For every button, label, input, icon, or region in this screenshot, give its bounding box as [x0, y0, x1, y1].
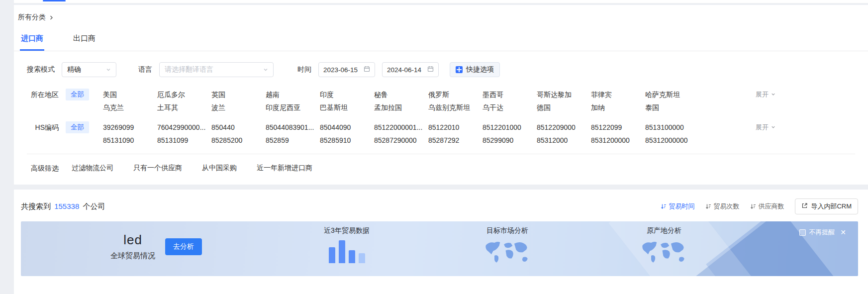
advanced-filter-option[interactable]: 过滤物流公司 — [72, 164, 113, 173]
dismiss-control: 不再提醒 ✕ — [799, 228, 846, 237]
region-expand-link[interactable]: 展开 — [756, 88, 775, 101]
region-column: 哥斯达黎加德国 — [537, 88, 591, 114]
search-mode-select[interactable]: 精确 — [62, 62, 116, 77]
banner-card-title: 近3年贸易数据 — [299, 226, 394, 235]
hscode-option[interactable]: 85131090 — [103, 134, 157, 147]
calendar-icon — [427, 66, 434, 74]
hscode-option[interactable]: 850440 — [211, 121, 266, 134]
hscode-option[interactable]: 85122099 — [591, 121, 645, 134]
hscode-option[interactable]: 85122010 — [428, 121, 482, 134]
region-option[interactable]: 墨西哥 — [482, 88, 537, 101]
import-crm-button[interactable]: 导入内部CRM — [795, 198, 858, 214]
chevron-down-icon — [106, 66, 111, 74]
region-option[interactable]: 乌克兰 — [103, 101, 157, 114]
hscode-options: 392690998513109076042990000...8513109985… — [103, 121, 699, 147]
hscode-column: 8504409085285910 — [320, 121, 374, 147]
region-option[interactable]: 巴基斯坦 — [320, 101, 374, 114]
language-select[interactable]: 请选择翻译语言 — [159, 62, 274, 77]
hscode-option[interactable]: 85287290000 — [374, 134, 428, 147]
hscode-option[interactable]: 85299090 — [482, 134, 537, 147]
hscode-column: 76042990000...85131099 — [157, 121, 211, 147]
advanced-filter-option[interactable]: 近一年新增进口商 — [257, 164, 312, 173]
expand-label: 展开 — [756, 88, 769, 101]
quick-options-button[interactable]: 快捷选项 — [450, 62, 500, 77]
hscode-option[interactable]: 8513100000 — [645, 121, 699, 134]
region-option[interactable]: 哈萨克斯坦 — [645, 88, 699, 101]
breadcrumb-label[interactable]: 所有分类 — [18, 13, 46, 22]
search-mode-label: 搜索模式 — [27, 65, 55, 74]
sort-item-0[interactable]: 贸易时间 — [661, 202, 694, 211]
region-column: 厄瓜多尔土耳其 — [157, 88, 211, 114]
hscode-option[interactable]: 39269099 — [103, 121, 157, 134]
banner-card-trade-data: 近3年贸易数据 — [299, 226, 394, 263]
results-prefix: 共搜索到 — [21, 202, 51, 210]
banner-keyword-block: led 全球贸易情况 去分析 — [110, 232, 202, 261]
region-option[interactable]: 乌兹别克斯坦 — [428, 101, 482, 114]
region-option[interactable]: 菲律宾 — [591, 88, 645, 101]
results-header: 共搜索到 155338 个公司 贸易时间贸易次数供应商数 导入内部CRM — [21, 196, 858, 221]
banner-card-title: 原产地分析 — [612, 226, 716, 235]
region-option[interactable]: 德国 — [537, 101, 591, 114]
close-icon[interactable]: ✕ — [840, 229, 846, 236]
hscode-option[interactable]: 8512201000 — [482, 121, 537, 134]
region-option[interactable]: 越南 — [266, 88, 320, 101]
hscode-option[interactable]: 8531200000 — [591, 134, 645, 147]
region-option[interactable]: 乌干达 — [482, 101, 537, 114]
calendar-icon — [364, 66, 370, 74]
region-option[interactable]: 波兰 — [211, 101, 266, 114]
region-option[interactable]: 印度 — [320, 88, 374, 101]
hscode-option[interactable]: 85287292 — [428, 134, 482, 147]
hscode-option[interactable]: 85044083901... — [266, 121, 320, 134]
region-option[interactable]: 厄瓜多尔 — [157, 88, 211, 101]
tab-bar: 进口商出口商 — [14, 28, 868, 51]
hscode-option[interactable]: 85312000 — [537, 134, 591, 147]
hscode-column: 3926909985131090 — [103, 121, 157, 147]
hscode-filter-row: HS编码 全部 392690998513109076042990000...85… — [27, 121, 855, 147]
region-column: 美国乌克兰 — [103, 88, 157, 114]
region-option[interactable]: 美国 — [103, 88, 157, 101]
breadcrumb[interactable]: 所有分类 — [14, 5, 868, 28]
region-option[interactable]: 土耳其 — [157, 101, 211, 114]
region-option[interactable]: 印度尼西亚 — [266, 101, 320, 114]
date-from-input[interactable]: 2023-06-15 — [318, 62, 375, 77]
region-option[interactable]: 俄罗斯 — [428, 88, 482, 101]
hscode-option[interactable]: 85122000001... — [374, 121, 428, 134]
advanced-filter-option[interactable]: 只有一个供应商 — [133, 164, 182, 173]
results-count[interactable]: 155338 — [54, 202, 79, 210]
sort-controls: 贸易时间贸易次数供应商数 — [661, 202, 784, 211]
sort-item-1[interactable]: 贸易次数 — [705, 202, 739, 211]
dismiss-checkbox[interactable] — [799, 229, 806, 236]
hscode-expand-link[interactable]: 展开 — [756, 121, 775, 134]
banner-card-title: 目标市场分析 — [453, 226, 562, 235]
region-all-chip[interactable]: 全部 — [66, 89, 89, 100]
advanced-filter-option[interactable]: 从中国采购 — [202, 164, 237, 173]
hscode-column: 85044085285200 — [211, 121, 266, 147]
sort-icon — [705, 203, 711, 209]
sort-icon — [661, 203, 667, 209]
region-option[interactable]: 泰国 — [645, 101, 699, 114]
results-panel: 共搜索到 155338 个公司 贸易时间贸易次数供应商数 导入内部CRM led… — [14, 190, 868, 294]
hscode-option[interactable]: 85044090 — [320, 121, 374, 134]
hscode-option[interactable]: 852859 — [266, 134, 320, 147]
region-option[interactable]: 哥斯达黎加 — [537, 88, 591, 101]
region-option[interactable]: 加纳 — [591, 101, 645, 114]
region-option[interactable]: 孟加拉国 — [374, 101, 428, 114]
region-option[interactable]: 秘鲁 — [374, 88, 428, 101]
hscode-all-chip[interactable]: 全部 — [66, 121, 89, 133]
hscode-option[interactable]: 85131099 — [157, 134, 211, 147]
hscode-option[interactable]: 85285200 — [211, 134, 266, 147]
sort-item-2[interactable]: 供应商数 — [750, 202, 784, 211]
region-column: 墨西哥乌干达 — [482, 88, 537, 114]
hscode-option[interactable]: 76042990000... — [157, 121, 211, 134]
banner-keyword: led — [110, 232, 155, 248]
tab-exporters[interactable]: 出口商 — [72, 28, 96, 51]
hscode-option[interactable]: 85285910 — [320, 134, 374, 147]
hscode-option[interactable]: 8512209000 — [537, 121, 591, 134]
region-column: 印度巴基斯坦 — [320, 88, 374, 114]
analyze-button[interactable]: 去分析 — [165, 238, 202, 255]
hscode-option[interactable]: 85312000000 — [645, 134, 699, 147]
date-to-input[interactable]: 2024-06-14 — [382, 62, 439, 77]
tab-importers[interactable]: 进口商 — [20, 28, 44, 51]
results-suffix: 个公司 — [83, 202, 105, 210]
region-option[interactable]: 英国 — [211, 88, 266, 101]
